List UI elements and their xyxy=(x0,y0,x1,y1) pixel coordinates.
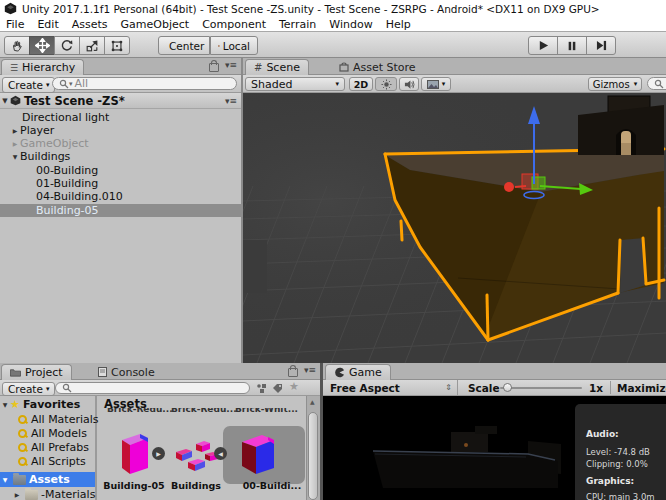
search-by-type-icon[interactable] xyxy=(256,383,267,393)
rotation-local-button[interactable]: Local xyxy=(210,36,258,55)
hierarchy-item-gameobject[interactable]: ▶GameObject xyxy=(0,137,251,150)
scene-lighting-button[interactable] xyxy=(375,77,397,91)
step-button[interactable] xyxy=(586,36,616,55)
scale-value: 1x xyxy=(589,382,603,394)
aspect-dropdown[interactable]: Free Aspect ⇕ xyxy=(325,380,458,395)
hierarchy-item-building-05[interactable]: Building-05 xyxy=(0,204,277,217)
scene-root-row[interactable]: ▼ Test Scene -ZS* ▾≡ xyxy=(0,93,241,109)
scrollbar-thumb[interactable] xyxy=(308,412,318,500)
tab-hierarchy[interactable]: ☰ Hierarchy xyxy=(1,59,84,75)
draw-mode-dropdown[interactable]: Shaded ▾ xyxy=(245,77,345,91)
hand-tool-button[interactable] xyxy=(4,36,30,55)
gizmos-dropdown[interactable]: Gizmos ▾ xyxy=(588,77,642,91)
hierarchy-item-04-building[interactable]: 04-Building.010 xyxy=(0,190,277,203)
clipped-asset-label: Brick-Redu... xyxy=(107,408,173,414)
game-tabstrip: Game xyxy=(323,363,666,380)
scene-viewport[interactable] xyxy=(243,93,666,363)
clipped-asset-label: Brick-Redu... xyxy=(171,408,237,414)
pivot-center-label: Center xyxy=(169,40,204,52)
scale-tool-button[interactable] xyxy=(79,36,105,55)
scene-search-input[interactable] xyxy=(647,77,666,90)
lock-icon[interactable] xyxy=(209,63,219,72)
panel-menu-icon[interactable]: ▾≡ xyxy=(304,365,316,375)
hierarchy-search-input[interactable]: ▾ All xyxy=(52,77,237,90)
scale-slider-track[interactable] xyxy=(500,387,582,389)
hierarchy-item-player[interactable]: ▶Player xyxy=(0,124,251,137)
hierarchy-item-00-building[interactable]: 00-Building xyxy=(0,164,277,177)
favorite-all-models[interactable]: All Models xyxy=(0,427,112,440)
rotate-tool-button[interactable] xyxy=(54,36,80,55)
game-toolbar: Free Aspect ⇕ Scale 1x Maximize O xyxy=(323,380,666,396)
asset-thumbnail-building-05[interactable] xyxy=(110,430,158,478)
menu-gameobject[interactable]: GameObject xyxy=(121,18,190,31)
prefab-collapse-button[interactable]: ◀ xyxy=(214,447,227,460)
scene-menu-icon[interactable]: ▾≡ xyxy=(225,96,237,106)
scene-audio-button[interactable] xyxy=(399,77,419,91)
hierarchy-item-01-building[interactable]: 01-Building xyxy=(0,177,277,190)
project-create-button[interactable]: Create▾ xyxy=(2,382,55,396)
menu-edit[interactable]: Edit xyxy=(37,18,58,31)
foldout-icon[interactable]: ▼ xyxy=(0,401,10,408)
toolbar-divider xyxy=(610,381,611,394)
gizmo-x-handle[interactable] xyxy=(504,182,514,192)
scroll-up-icon[interactable]: ▲ xyxy=(310,398,315,405)
asset-thumbnail-buildings[interactable] xyxy=(172,430,220,478)
asset-store-bag-icon xyxy=(339,62,349,72)
favorite-all-prefabs[interactable]: All Prefabs xyxy=(0,441,112,454)
scene-root-label: Test Scene -ZS* xyxy=(24,94,125,108)
search-filter-chevron[interactable]: ▾ xyxy=(69,80,73,88)
foldout-icon[interactable]: ▶ xyxy=(10,140,20,147)
scale-slider-knob[interactable] xyxy=(503,383,512,392)
project-search-input[interactable] xyxy=(55,382,250,394)
maximize-on-play-button[interactable]: Maximize O xyxy=(617,382,666,394)
play-button[interactable] xyxy=(528,36,558,55)
hierarchy-item-directional-light[interactable]: Directional light xyxy=(0,111,263,124)
rect-tool-button[interactable] xyxy=(104,36,130,55)
asset-thumbnail-00-building[interactable] xyxy=(234,430,282,478)
tab-asset-store[interactable]: Asset Store xyxy=(331,59,424,75)
tab-asset-store-label: Asset Store xyxy=(353,61,416,74)
menu-component[interactable]: Component xyxy=(202,18,266,31)
menu-window[interactable]: Window xyxy=(329,18,372,31)
menu-assets[interactable]: Assets xyxy=(72,18,108,31)
pivot-center-button[interactable]: Center xyxy=(158,36,210,55)
hierarchy-create-button[interactable]: Create▾ xyxy=(2,77,55,93)
hierarchy-item-buildings[interactable]: ▼Buildings xyxy=(0,150,251,163)
panel-menu-icon[interactable]: ▾≡ xyxy=(225,60,237,70)
foldout-icon[interactable]: ▶ xyxy=(12,491,22,498)
move-tool-button[interactable] xyxy=(29,36,55,55)
tab-game[interactable]: Game xyxy=(325,364,391,380)
search-query-icon xyxy=(17,414,28,425)
asset-label-building-05[interactable]: Building-05 xyxy=(99,480,169,491)
favorites-root[interactable]: ▼ ★ Favorites xyxy=(0,398,95,411)
favorite-star-icon[interactable]: ★ xyxy=(289,380,299,393)
assets-root-folder[interactable]: ▼ Assets xyxy=(0,472,95,487)
tab-console[interactable]: Console xyxy=(90,364,163,380)
prefab-expand-button[interactable]: ▶ xyxy=(152,447,165,460)
search-by-label-icon[interactable] xyxy=(272,383,283,393)
foldout-icon[interactable]: ▶ xyxy=(10,127,20,134)
menu-file[interactable]: File xyxy=(6,18,24,31)
materials-folder[interactable]: ▶ -Materials xyxy=(0,488,107,500)
folder-icon xyxy=(25,490,38,500)
tab-project[interactable]: Project xyxy=(1,364,72,380)
lock-icon[interactable] xyxy=(288,368,298,377)
2d-toggle-button[interactable]: 2D xyxy=(349,77,373,91)
project-panel: Project Console ▾≡ Create▾ ★ ▼ ★ Favorit… xyxy=(0,363,322,500)
menu-help[interactable]: Help xyxy=(386,18,411,31)
unity-scene-icon xyxy=(10,95,21,106)
gizmo-axis-x[interactable] xyxy=(515,186,526,187)
pause-button[interactable] xyxy=(557,36,587,55)
favorite-all-scripts[interactable]: All Scripts xyxy=(0,455,112,468)
foldout-icon[interactable]: ▼ xyxy=(0,97,10,105)
tab-scene[interactable]: # Scene xyxy=(245,59,309,75)
asset-grid-scrollbar[interactable]: ▲ xyxy=(306,396,320,500)
asset-label-00-building[interactable]: 00-Buildi... xyxy=(237,480,306,491)
foldout-icon[interactable]: ▼ xyxy=(10,153,20,160)
step-icon xyxy=(596,40,607,51)
foldout-icon[interactable]: ▼ xyxy=(0,476,10,483)
menu-terrain[interactable]: Terrain xyxy=(279,18,316,31)
asset-label-buildings[interactable]: Buildings xyxy=(161,480,231,491)
favorite-all-materials[interactable]: All Materials xyxy=(0,413,112,426)
scene-effects-dropdown[interactable]: ▾ xyxy=(421,77,451,91)
